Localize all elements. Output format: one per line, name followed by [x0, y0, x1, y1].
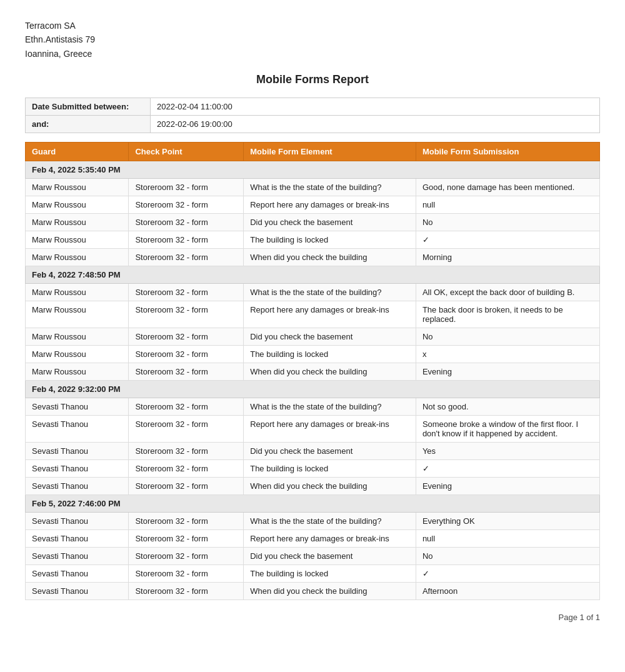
table-cell: What is the the state of the building? — [244, 179, 416, 196]
table-cell: Storeroom 32 - form — [129, 214, 244, 231]
table-row: Sevasti ThanouStoreroom 32 - formWhen di… — [26, 478, 600, 495]
main-table: Guard Check Point Mobile Form Element Mo… — [25, 142, 600, 600]
table-cell: ✓ — [416, 565, 599, 583]
table-cell: Storeroom 32 - form — [129, 530, 244, 548]
table-cell: Marw Roussou — [26, 179, 129, 196]
table-header-row: Guard Check Point Mobile Form Element Mo… — [26, 143, 600, 161]
table-cell: Sevasti Thanou — [26, 443, 129, 460]
group-header-cell: Feb 4, 2022 7:48:50 PM — [26, 266, 600, 284]
table-row: Marw RoussouStoreroom 32 - formDid you c… — [26, 214, 600, 231]
table-cell: Yes — [416, 443, 599, 460]
table-row: Marw RoussouStoreroom 32 - formThe build… — [26, 346, 600, 363]
table-cell: Someone broke a window of the first floo… — [416, 416, 599, 443]
col-header-checkpoint: Check Point — [129, 143, 244, 161]
table-cell: No — [416, 214, 599, 231]
table-cell: null — [416, 196, 599, 214]
meta-row-and: and: 2022-02-06 19:00:00 — [26, 116, 600, 133]
table-cell: All OK, except the back door of building… — [416, 284, 599, 301]
col-header-element: Mobile Form Element — [244, 143, 416, 161]
table-cell: Good, none damage has been mentioned. — [416, 179, 599, 196]
table-cell: Sevasti Thanou — [26, 513, 129, 530]
table-row: Sevasti ThanouStoreroom 32 - formDid you… — [26, 443, 600, 460]
table-row: Sevasti ThanouStoreroom 32 - formThe bui… — [26, 460, 600, 478]
table-cell: Did you check the basement — [244, 548, 416, 565]
table-cell: Storeroom 32 - form — [129, 460, 244, 478]
meta-label-and: and: — [26, 116, 151, 133]
table-cell: Storeroom 32 - form — [129, 179, 244, 196]
group-header-row: Feb 4, 2022 9:32:00 PM — [26, 381, 600, 398]
table-row: Marw RoussouStoreroom 32 - formWhen did … — [26, 363, 600, 381]
table-cell: Marw Roussou — [26, 196, 129, 214]
table-cell: Report here any damages or break-ins — [244, 301, 416, 328]
table-cell: The building is locked — [244, 460, 416, 478]
table-cell: null — [416, 530, 599, 548]
table-cell: ✓ — [416, 460, 599, 478]
table-cell: Storeroom 32 - form — [129, 363, 244, 381]
table-cell: The building is locked — [244, 346, 416, 363]
table-cell: No — [416, 548, 599, 565]
company-address1: Ethn.Antistasis 79 — [25, 33, 600, 46]
table-row: Sevasti ThanouStoreroom 32 - formThe bui… — [26, 565, 600, 583]
table-cell: Storeroom 32 - form — [129, 196, 244, 214]
table-cell: Sevasti Thanou — [26, 416, 129, 443]
table-cell: Report here any damages or break-ins — [244, 196, 416, 214]
table-row: Sevasti ThanouStoreroom 32 - formReport … — [26, 416, 600, 443]
table-cell: Evening — [416, 363, 599, 381]
table-row: Sevasti ThanouStoreroom 32 - formWhat is… — [26, 398, 600, 416]
table-cell: When did you check the building — [244, 249, 416, 266]
table-cell: Not so good. — [416, 398, 599, 416]
table-cell: Sevasti Thanou — [26, 478, 129, 495]
table-cell: Marw Roussou — [26, 301, 129, 328]
col-header-submission: Mobile Form Submission — [416, 143, 599, 161]
table-cell: Marw Roussou — [26, 363, 129, 381]
report-title: Mobile Forms Report — [25, 73, 600, 86]
table-row: Marw RoussouStoreroom 32 - formThe build… — [26, 231, 600, 249]
table-cell: When did you check the building — [244, 583, 416, 600]
table-cell: The building is locked — [244, 231, 416, 249]
table-cell: Storeroom 32 - form — [129, 301, 244, 328]
group-header-row: Feb 5, 2022 7:46:00 PM — [26, 495, 600, 513]
table-cell: Storeroom 32 - form — [129, 443, 244, 460]
table-cell: Sevasti Thanou — [26, 583, 129, 600]
table-cell: The back door is broken, it needs to be … — [416, 301, 599, 328]
group-header-cell: Feb 5, 2022 7:46:00 PM — [26, 495, 600, 513]
table-cell: Sevasti Thanou — [26, 530, 129, 548]
meta-value-date: 2022-02-04 11:00:00 — [151, 98, 600, 116]
table-cell: No — [416, 328, 599, 346]
table-cell: What is the the state of the building? — [244, 513, 416, 530]
table-cell: When did you check the building — [244, 363, 416, 381]
table-cell: Sevasti Thanou — [26, 548, 129, 565]
table-cell: Marw Roussou — [26, 231, 129, 249]
table-row: Marw RoussouStoreroom 32 - formWhen did … — [26, 249, 600, 266]
table-cell: Storeroom 32 - form — [129, 284, 244, 301]
table-row: Sevasti ThanouStoreroom 32 - formReport … — [26, 530, 600, 548]
table-row: Marw RoussouStoreroom 32 - formReport he… — [26, 301, 600, 328]
table-cell: Sevasti Thanou — [26, 565, 129, 583]
table-cell: Report here any damages or break-ins — [244, 416, 416, 443]
table-cell: Evening — [416, 478, 599, 495]
table-cell: Report here any damages or break-ins — [244, 530, 416, 548]
table-cell: Storeroom 32 - form — [129, 249, 244, 266]
group-header-row: Feb 4, 2022 7:48:50 PM — [26, 266, 600, 284]
table-cell: Storeroom 32 - form — [129, 513, 244, 530]
table-cell: Marw Roussou — [26, 284, 129, 301]
company-address2: Ioannina, Greece — [25, 47, 600, 61]
table-cell: Morning — [416, 249, 599, 266]
table-cell: Storeroom 32 - form — [129, 328, 244, 346]
meta-label-date: Date Submitted between: — [26, 98, 151, 116]
table-row: Sevasti ThanouStoreroom 32 - formWhat is… — [26, 513, 600, 530]
table-cell: ✓ — [416, 231, 599, 249]
company-name: Terracom SA — [25, 19, 600, 33]
table-row: Marw RoussouStoreroom 32 - formDid you c… — [26, 328, 600, 346]
table-row: Sevasti ThanouStoreroom 32 - formWhen di… — [26, 583, 600, 600]
table-cell: Did you check the basement — [244, 214, 416, 231]
meta-value-and: 2022-02-06 19:00:00 — [151, 116, 600, 133]
table-cell: Sevasti Thanou — [26, 398, 129, 416]
table-cell: x — [416, 346, 599, 363]
table-cell: Storeroom 32 - form — [129, 583, 244, 600]
table-cell: Storeroom 32 - form — [129, 548, 244, 565]
group-header-row: Feb 4, 2022 5:35:40 PM — [26, 161, 600, 179]
table-cell: Storeroom 32 - form — [129, 416, 244, 443]
table-cell: What is the the state of the building? — [244, 398, 416, 416]
table-cell: Storeroom 32 - form — [129, 346, 244, 363]
